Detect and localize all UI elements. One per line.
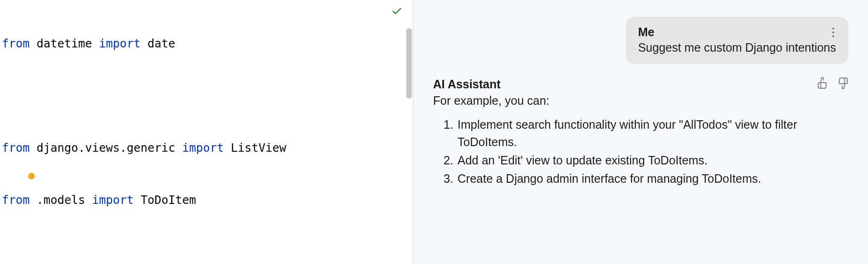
user-name: Me [638, 25, 655, 39]
import-name: ListView [224, 141, 286, 155]
kw-from: from [2, 193, 30, 207]
suggestion-list: Implement search functionality within yo… [433, 116, 848, 188]
list-item: Create a Django admin interface for mana… [457, 170, 848, 187]
message-menu-icon[interactable] [830, 26, 836, 39]
user-message-bubble: Me Suggest me custom Django intentions [626, 17, 848, 64]
kw-from: from [2, 37, 30, 50]
kw-from: from [2, 141, 30, 155]
import-name: ToDoItem [134, 193, 196, 207]
kw-import: import [92, 193, 134, 207]
import-name: date [141, 37, 175, 50]
list-item: Add an 'Edit' view to update existing To… [457, 152, 848, 169]
assistant-intro: For example, you can: [433, 94, 848, 108]
module-name: .models [30, 193, 92, 207]
kw-import: import [99, 37, 141, 50]
thumbs-down-icon[interactable] [836, 77, 848, 91]
code-content[interactable]: from datetime import date from django.vi… [0, 0, 413, 264]
thumbs-up-icon[interactable] [817, 77, 829, 91]
ai-chat-panel: Me Suggest me custom Django intentions A… [413, 0, 868, 264]
module-name: django.views.generic [30, 141, 182, 155]
intention-bulb-icon[interactable] [28, 173, 35, 179]
kw-import: import [182, 141, 224, 155]
assistant-message: AI Assistant For example, you can: Imple… [433, 77, 848, 188]
list-item: Implement search functionality within yo… [457, 116, 848, 151]
assistant-name: AI Assistant [433, 78, 501, 91]
module-name: datetime [30, 37, 99, 50]
code-editor[interactable]: from datetime import date from django.vi… [0, 0, 413, 264]
scrollbar-thumb[interactable] [406, 28, 412, 99]
user-message-text: Suggest me custom Django intentions [638, 41, 836, 54]
